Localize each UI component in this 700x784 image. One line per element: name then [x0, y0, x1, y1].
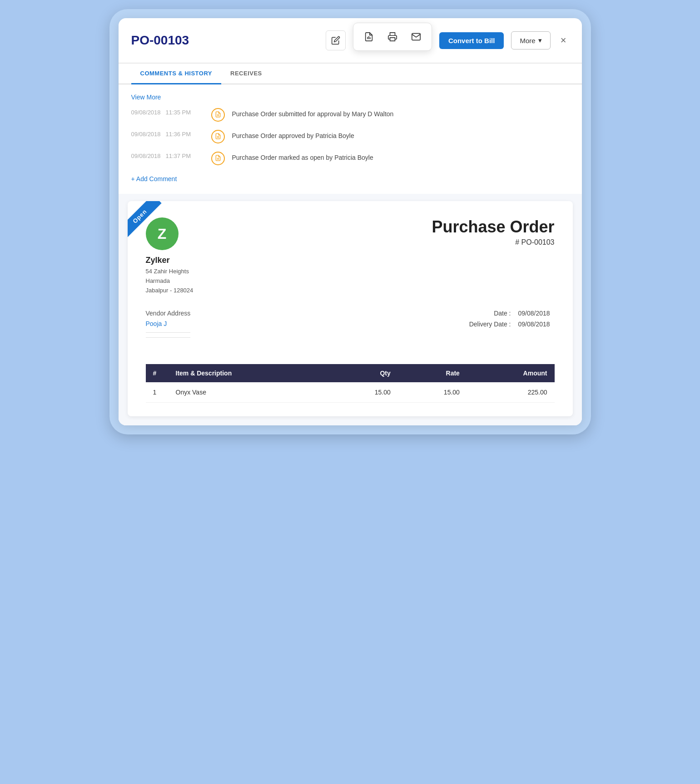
history-icon-wrap-3 — [211, 152, 225, 165]
cell-qty: 15.00 — [329, 382, 398, 403]
cell-amount: 225.00 — [467, 382, 555, 403]
table-header: # Item & Description Qty Rate Amount — [146, 364, 555, 382]
cell-rate: 15.00 — [398, 382, 467, 403]
table-row: 1 Onyx Vase 15.00 15.00 225.00 — [146, 382, 555, 403]
view-more-link[interactable]: View More — [131, 94, 569, 101]
cell-row-num: 1 — [146, 382, 169, 403]
tabs-bar: COMMENTS & HISTORY RECEIVES — [119, 64, 582, 84]
doc-title-section: Purchase Order # PO-00103 — [432, 217, 554, 247]
close-button[interactable]: × — [558, 32, 569, 49]
history-text-2: Purchase Order approved by Patricia Boyl… — [232, 130, 354, 141]
delivery-date-row: Delivery Date : 09/08/2018 — [457, 321, 555, 328]
vendor-name: Zylker — [146, 256, 432, 265]
divider-1 — [146, 332, 191, 333]
status-banner-open: Open — [128, 201, 178, 251]
history-item-2: 09/08/2018 11:36 PM Purchase Order appro… — [131, 130, 569, 143]
history-action-icon-2 — [215, 133, 221, 141]
history-item-1: 09/08/2018 11:35 PM Purchase Order submi… — [131, 108, 569, 122]
col-item: Item & Description — [169, 364, 329, 382]
tab-receives[interactable]: RECEIVES — [221, 64, 271, 84]
items-table: # Item & Description Qty Rate Amount 1 O… — [146, 364, 555, 403]
pdf-button[interactable] — [359, 27, 379, 47]
email-button[interactable] — [406, 27, 426, 47]
comments-history-section: View More 09/08/2018 11:35 PM — [119, 84, 582, 194]
history-timestamp-2: 09/08/2018 11:36 PM — [131, 130, 204, 138]
history-text-3: Purchase Order marked as open by Patrici… — [232, 152, 373, 163]
col-number: # — [146, 364, 169, 382]
doc-title: Purchase Order — [432, 217, 554, 237]
col-qty: Qty — [329, 364, 398, 382]
vendor-info: Z Zylker 54 Zahir Heights Harmada Jabalp… — [146, 217, 432, 295]
doc-po-ref: # PO-00103 — [432, 238, 554, 247]
tab-comments-history[interactable]: COMMENTS & HISTORY — [131, 64, 222, 84]
history-icon-wrap-1 — [211, 108, 225, 122]
toolbar-popup — [353, 23, 432, 51]
history-text-1: Purchase Order submitted for approval by… — [232, 108, 394, 119]
more-button[interactable]: More ▾ — [511, 31, 550, 49]
cell-item-name: Onyx Vase — [169, 382, 329, 403]
dates-section: Date : 09/08/2018 Delivery Date : 09/08/… — [457, 310, 555, 328]
modal-header: PO-00103 — [119, 18, 582, 64]
document-body: Z Zylker 54 Zahir Heights Harmada Jabalp… — [128, 201, 573, 416]
history-item-3: 09/08/2018 11:37 PM Purchase Order marke… — [131, 152, 569, 165]
doc-header-row: Z Zylker 54 Zahir Heights Harmada Jabalp… — [146, 217, 555, 295]
vendor-address-section: Vendor Address Pooja J — [146, 310, 191, 342]
print-button[interactable] — [382, 27, 402, 47]
edit-button[interactable] — [326, 30, 346, 50]
vendor-address: 54 Zahir Heights Harmada Jabalpur - 1280… — [146, 267, 432, 295]
date-row: Date : 09/08/2018 — [457, 310, 555, 317]
divider-2 — [146, 337, 191, 338]
history-action-icon-3 — [215, 155, 221, 163]
history-timestamp-3: 09/08/2018 11:37 PM — [131, 152, 204, 159]
history-icon-wrap-2 — [211, 130, 225, 143]
convert-to-bill-button[interactable]: Convert to Bill — [439, 32, 504, 49]
table-body: 1 Onyx Vase 15.00 15.00 225.00 — [146, 382, 555, 403]
po-number: PO-00103 — [131, 33, 189, 48]
chevron-down-icon: ▾ — [538, 36, 542, 44]
vendor-contact-link[interactable]: Pooja J — [146, 320, 167, 327]
modal-container: PO-00103 — [119, 18, 582, 425]
document-wrapper: Open Z Zylker 54 Zahir Heights Harmada J… — [119, 194, 582, 425]
svg-rect-3 — [390, 38, 395, 41]
history-action-icon-1 — [215, 111, 221, 119]
purchase-order-document: Open Z Zylker 54 Zahir Heights Harmada J… — [128, 201, 573, 416]
add-comment-link[interactable]: + Add Comment — [131, 175, 177, 182]
history-timestamp-1: 09/08/2018 11:35 PM — [131, 108, 204, 116]
col-rate: Rate — [398, 364, 467, 382]
col-amount: Amount — [467, 364, 555, 382]
device-frame: PO-00103 — [109, 9, 591, 434]
